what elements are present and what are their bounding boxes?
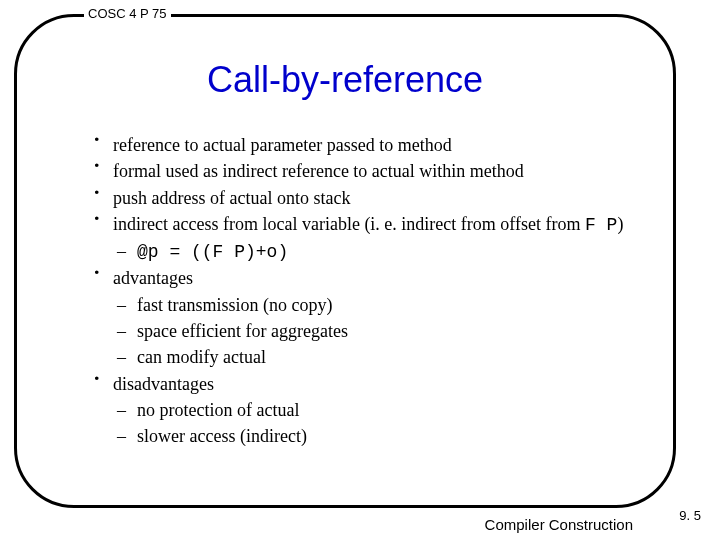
sub-text: can modify actual <box>137 347 266 367</box>
bullet-text: ) <box>617 214 623 234</box>
sub-list: @p = ((F P)+o) <box>113 239 633 264</box>
bullet-text-mono: F P <box>585 215 617 235</box>
bullet-text: push address of actual onto stack <box>113 188 350 208</box>
bullet-text: advantages <box>113 268 193 288</box>
footer-title: Compiler Construction <box>485 516 633 533</box>
sub-text: fast transmission (no copy) <box>137 295 332 315</box>
sub-item: slower access (indirect) <box>113 424 633 448</box>
sub-list: fast transmission (no copy) space effici… <box>113 293 633 370</box>
slide-content: reference to actual parameter passed to … <box>17 133 673 449</box>
sub-text: no protection of actual <box>137 400 299 420</box>
bullet-text: disadvantages <box>113 374 214 394</box>
bullet-item: reference to actual parameter passed to … <box>89 133 633 157</box>
bullet-item: indirect access from local variable (i. … <box>89 212 633 265</box>
sub-text: space efficient for aggregates <box>137 321 348 341</box>
slide: COSC 4 P 75 Call-by-reference reference … <box>0 0 719 539</box>
slide-title: Call-by-reference <box>17 59 673 101</box>
bullet-list: reference to actual parameter passed to … <box>89 133 633 449</box>
bullet-text: indirect access from local variable (i. … <box>113 214 585 234</box>
bullet-text: formal used as indirect reference to act… <box>113 161 524 181</box>
bullet-text: reference to actual parameter passed to … <box>113 135 452 155</box>
sub-item: space efficient for aggregates <box>113 319 633 343</box>
slide-frame: Call-by-reference reference to actual pa… <box>14 14 676 508</box>
sub-item: fast transmission (no copy) <box>113 293 633 317</box>
slide-number: 9. 5 <box>679 508 701 523</box>
bullet-item: disadvantages no protection of actual sl… <box>89 372 633 449</box>
bullet-item: advantages fast transmission (no copy) s… <box>89 266 633 369</box>
sub-text: slower access (indirect) <box>137 426 307 446</box>
course-label: COSC 4 P 75 <box>84 6 171 21</box>
sub-item: can modify actual <box>113 345 633 369</box>
sub-item: @p = ((F P)+o) <box>113 239 633 264</box>
bullet-item: formal used as indirect reference to act… <box>89 159 633 183</box>
bullet-item: push address of actual onto stack <box>89 186 633 210</box>
sub-item: no protection of actual <box>113 398 633 422</box>
sub-list: no protection of actual slower access (i… <box>113 398 633 449</box>
sub-text-mono: @p = ((F P)+o) <box>137 242 288 262</box>
